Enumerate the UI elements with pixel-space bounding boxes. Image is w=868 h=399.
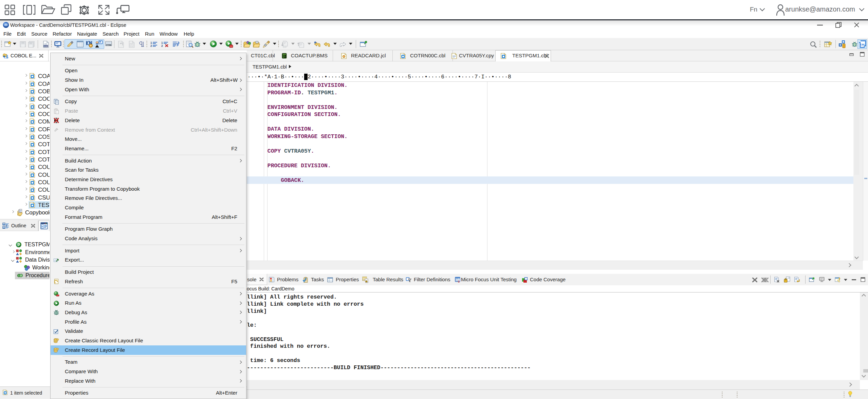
svg-text:CMD:/: CMD:/ — [107, 44, 110, 46]
svg-text:P: P — [18, 243, 20, 247]
svg-text:E: E — [366, 280, 367, 282]
svg-text:010: 010 — [44, 45, 48, 48]
svg-text:U: U — [458, 280, 460, 283]
svg-text:2: 2 — [161, 44, 163, 47]
svg-text:2: 2 — [150, 44, 152, 47]
svg-text:CBL: CBL — [861, 43, 866, 46]
